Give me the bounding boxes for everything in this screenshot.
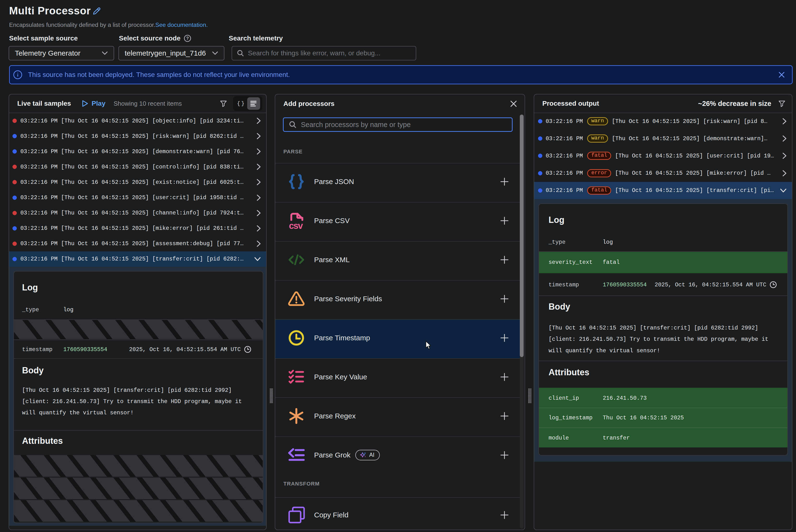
svg-text:csv: csv (289, 221, 303, 231)
svg-text:?: ? (186, 36, 189, 41)
